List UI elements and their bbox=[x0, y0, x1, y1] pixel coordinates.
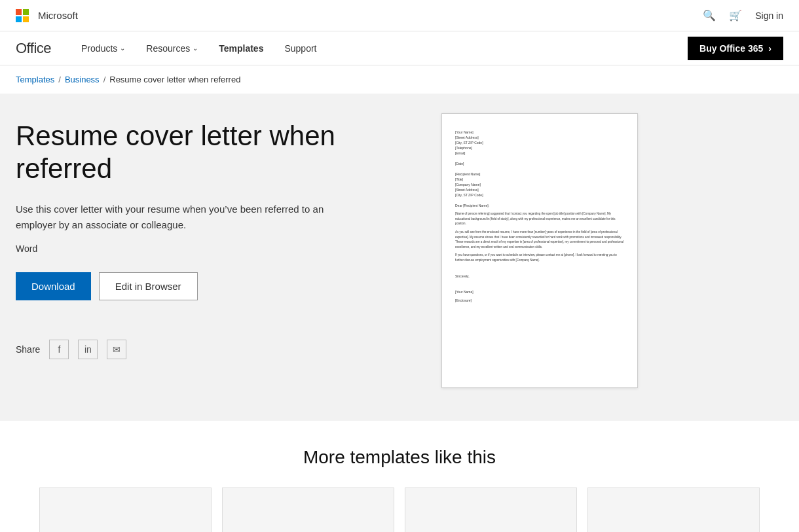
doc-recipient-name: [Recipient Name] bbox=[455, 171, 624, 177]
doc-closing: Sincerely, bbox=[455, 274, 624, 279]
nav-resources-label: Resources bbox=[146, 43, 190, 54]
share-row: Share f in ✉ bbox=[16, 340, 409, 359]
doc-enclosure: [Enclosure] bbox=[455, 298, 624, 303]
more-templates-section: More templates like this bbox=[0, 421, 799, 532]
nav-office-label[interactable]: Office bbox=[16, 40, 51, 57]
breadcrumb-sep2: / bbox=[103, 75, 106, 84]
buy-arrow-icon: › bbox=[768, 43, 771, 54]
buy-office-button[interactable]: Buy Office 365 › bbox=[688, 37, 783, 60]
nav-products-label: Products bbox=[81, 43, 117, 54]
doc-address-line: [Street Address] bbox=[455, 135, 624, 140]
breadcrumb-sep1: / bbox=[58, 75, 61, 84]
breadcrumb-current: Resume cover letter when referred bbox=[109, 75, 240, 84]
doc-name-line: [Your Name] bbox=[455, 130, 624, 135]
breadcrumb-business-link[interactable]: Business bbox=[65, 75, 100, 84]
doc-recipient-city: [City, ST ZIP Code] bbox=[455, 192, 624, 198]
linkedin-share-button[interactable]: in bbox=[78, 340, 98, 359]
template-description: Use this cover letter with your resume w… bbox=[16, 202, 330, 233]
logo-green bbox=[23, 9, 29, 15]
doc-paragraph-3: If you have questions, or if you want to… bbox=[455, 253, 624, 262]
doc-spacer-1 bbox=[455, 156, 624, 161]
nav-templates-label: Templates bbox=[219, 43, 263, 54]
search-icon[interactable]: 🔍 bbox=[703, 9, 716, 22]
top-bar-right: 🔍 🛒 Sign in bbox=[703, 9, 783, 22]
buy-office-label: Buy Office 365 bbox=[699, 43, 763, 54]
products-chevron-icon: ⌄ bbox=[120, 44, 125, 52]
resources-chevron-icon: ⌄ bbox=[193, 44, 198, 52]
breadcrumb: Templates / Business / Resume cover lett… bbox=[0, 65, 799, 94]
top-bar: Microsoft 🔍 🛒 Sign in bbox=[0, 0, 799, 31]
template-card-3[interactable] bbox=[405, 488, 577, 532]
email-share-button[interactable]: ✉ bbox=[107, 340, 126, 359]
doc-paragraph-2: As you will see from the enclosed resume… bbox=[455, 230, 624, 250]
email-icon: ✉ bbox=[113, 344, 121, 355]
template-card-4[interactable] bbox=[587, 488, 760, 532]
linkedin-icon: in bbox=[84, 344, 92, 355]
doc-spacer-3 bbox=[455, 198, 624, 203]
nav-bar: Office Products ⌄ Resources ⌄ Templates … bbox=[0, 31, 799, 65]
doc-company-name: [Company Name] bbox=[455, 182, 624, 187]
microsoft-wordmark: Microsoft bbox=[38, 10, 78, 21]
doc-spacer-7 bbox=[455, 263, 624, 274]
nav-products[interactable]: Products ⌄ bbox=[72, 31, 134, 65]
doc-paragraph-1: [Name of person referring] suggested tha… bbox=[455, 211, 624, 226]
main-content: Resume cover letter when referred Use th… bbox=[0, 94, 799, 421]
breadcrumb-templates-link[interactable]: Templates bbox=[16, 75, 54, 84]
template-type: Word bbox=[16, 243, 409, 254]
left-panel: Resume cover letter when referred Use th… bbox=[16, 107, 409, 395]
ms-logo-grid bbox=[16, 9, 29, 22]
template-card-1[interactable] bbox=[39, 488, 212, 532]
more-templates-title: More templates like this bbox=[16, 447, 783, 468]
right-panel: [Your Name] [Street Address] [City, ST Z… bbox=[435, 107, 644, 395]
download-button[interactable]: Download bbox=[16, 272, 91, 300]
doc-email-line: [Email] bbox=[455, 151, 624, 156]
cart-icon[interactable]: 🛒 bbox=[729, 9, 742, 22]
document-preview: [Your Name] [Street Address] [City, ST Z… bbox=[441, 113, 638, 388]
doc-recipient-title: [Title] bbox=[455, 177, 624, 182]
doc-signer-name: [Your Name] bbox=[455, 289, 624, 294]
template-card-2[interactable] bbox=[222, 488, 394, 532]
template-title: Resume cover letter when referred bbox=[16, 120, 409, 186]
facebook-share-button[interactable]: f bbox=[49, 340, 69, 359]
ms-logo bbox=[16, 9, 29, 22]
facebook-icon: f bbox=[58, 344, 60, 355]
doc-greeting: Dear [Recipient Name]: bbox=[455, 203, 624, 208]
nav-support[interactable]: Support bbox=[275, 31, 325, 65]
logo-blue bbox=[16, 16, 22, 22]
nav-items: Products ⌄ Resources ⌄ Templates Support bbox=[72, 31, 688, 65]
logo-area: Microsoft bbox=[16, 9, 78, 22]
logo-red bbox=[16, 9, 22, 15]
edit-in-browser-button[interactable]: Edit in Browser bbox=[99, 272, 198, 300]
logo-yellow bbox=[23, 16, 29, 22]
doc-spacer-8 bbox=[455, 279, 624, 289]
doc-recipient-address: [Street Address] bbox=[455, 187, 624, 192]
sign-in-button[interactable]: Sign in bbox=[755, 10, 783, 21]
nav-resources[interactable]: Resources ⌄ bbox=[137, 31, 207, 65]
action-buttons: Download Edit in Browser bbox=[16, 272, 409, 300]
templates-grid bbox=[39, 488, 760, 532]
nav-templates[interactable]: Templates bbox=[210, 31, 272, 65]
doc-telephone-line: [Telephone] bbox=[455, 145, 624, 151]
doc-spacer-2 bbox=[455, 166, 624, 171]
doc-city-line: [City, ST ZIP Code] bbox=[455, 140, 624, 145]
doc-date-line: [Date] bbox=[455, 161, 624, 166]
nav-support-label: Support bbox=[284, 43, 316, 54]
share-label: Share bbox=[16, 344, 40, 355]
